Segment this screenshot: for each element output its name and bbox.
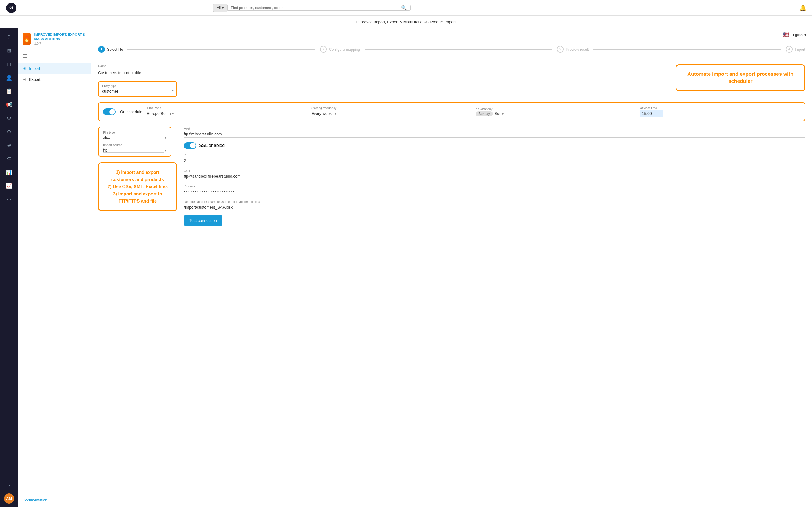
user-avatar[interactable]: AM (4, 494, 14, 504)
schedule-row: On schedule Time zone Europe/Berlin UTC … (98, 102, 805, 121)
plugin-version: 1.0.7 (35, 42, 87, 45)
file-type-section: File type xlsx csv xml ▾ (98, 127, 171, 157)
nav-icon-help[interactable]: ? (3, 32, 15, 43)
nav-icon-reports2[interactable]: 📈 (3, 180, 15, 191)
time-input[interactable] (640, 110, 663, 117)
nav-icon-reports1[interactable]: 📊 (3, 167, 15, 178)
ssl-toggle-slider (184, 142, 196, 149)
nav-icon-add[interactable]: ⊕ (3, 140, 15, 151)
port-field: Port (184, 154, 805, 165)
host-label: Host (184, 127, 805, 130)
frequency-field: Starting frequency Every day Every week … (311, 106, 471, 117)
timezone-field: Time zone Europe/Berlin UTC ▾ (147, 106, 307, 117)
ftp-fields: Host SSL enabled Port (184, 127, 805, 226)
time-label: at what time (640, 106, 800, 110)
name-label: Name (98, 64, 669, 68)
lang-selector[interactable]: 🇺🇸 English ▾ (783, 32, 806, 38)
notification-bell[interactable]: 🔔 (799, 4, 806, 11)
nav-icon-grid[interactable]: ⊞ (3, 45, 15, 56)
step-connector-2 (364, 49, 552, 50)
lower-callout-line-3: 3) Import and export to FTP/FTPS and fil… (105, 190, 170, 205)
password-input[interactable] (184, 188, 805, 195)
import-source-select[interactable]: ftp file url (103, 148, 163, 153)
ssl-row: SSL enabled (184, 142, 805, 149)
nav-icon-megaphone[interactable]: 📢 (3, 99, 15, 110)
nav-icon-users[interactable]: 👤 (3, 72, 15, 83)
user-label: User (184, 169, 805, 172)
time-field: at what time (640, 106, 800, 117)
nav-icon-modules[interactable]: ◻ (3, 59, 15, 70)
chevron-down-icon: ▾ (222, 6, 224, 10)
remote-path-field: Remote path (for example: /some_folder/f… (184, 200, 805, 211)
step-2[interactable]: 2 Configure mapping (320, 46, 360, 53)
import-source-chevron-icon: ▾ (165, 149, 166, 152)
bell-icon: 🔔 (799, 5, 806, 11)
step-3[interactable]: 3 Preview result (557, 46, 589, 53)
lower-callout-line-2: 2) Use CSV, XML, Excel files (105, 183, 170, 190)
day-chip: Sunday (476, 111, 493, 116)
file-type-select[interactable]: xlsx csv xml (103, 135, 163, 140)
nav-icon-settings-update[interactable]: ⚙ (3, 113, 15, 124)
day-field: on what day Sunday Sunday Monday ▾ (476, 107, 636, 116)
sidebar-item-export[interactable]: ⊟ Export (18, 74, 91, 85)
sidebar-item-import[interactable]: ⊞ Import (18, 63, 91, 74)
search-filter-dropdown[interactable]: All ▾ (213, 4, 227, 12)
content-header: 🇺🇸 English ▾ (91, 28, 812, 41)
nav-icon-help-bottom[interactable]: ? (3, 480, 15, 491)
top-bar: G All ▾ 🔍 🔔 (0, 0, 812, 16)
name-field-group: Name (98, 64, 669, 77)
ssl-label: SSL enabled (199, 143, 225, 148)
user-input[interactable] (184, 173, 805, 180)
logo[interactable]: G (6, 2, 17, 13)
test-connection-button[interactable]: Test connection (184, 216, 222, 226)
frequency-select[interactable]: Every day Every week Every month (311, 110, 334, 117)
search-input[interactable] (231, 6, 401, 10)
sidebar-bottom: Documentation (18, 493, 91, 507)
entity-type-selector: Entity type customer product order ▾ (98, 81, 177, 97)
entity-type-label: Entity type (102, 84, 173, 88)
remote-path-input[interactable] (184, 204, 805, 211)
step-2-label: Configure mapping (329, 47, 360, 52)
password-label: Password (184, 184, 805, 188)
documentation-link[interactable]: Documentation (22, 498, 47, 502)
entity-type-select[interactable]: customer product order (102, 89, 173, 94)
nav-icon-clipboard[interactable]: 📋 (3, 86, 15, 97)
step-1[interactable]: 1 Select file (98, 46, 123, 53)
import-source-field: Import source ftp file url ▾ (103, 144, 166, 153)
plugin-header: 🔥 IMPROVED IMPORT, EXPORT & MASS ACTIONS… (18, 28, 91, 50)
import-source-label: Import source (103, 144, 166, 147)
port-input[interactable] (184, 158, 201, 165)
lower-callout: 1) Import and export customers and produ… (98, 162, 177, 211)
step-3-num: 3 (557, 46, 564, 53)
password-field: Password (184, 184, 805, 195)
timezone-label: Time zone (147, 106, 307, 110)
nav-icon-settings[interactable]: ⚙ (3, 126, 15, 137)
ssl-toggle[interactable] (184, 142, 196, 149)
lower-callout-line-1: 1) Import and export customers and produ… (105, 169, 170, 183)
scheduler-callout-area: Automate import and export processes wit… (675, 64, 805, 91)
plugin-logo: 🔥 (22, 33, 31, 45)
plugin-name: IMPROVED IMPORT, EXPORT & MASS ACTIONS (35, 33, 87, 41)
logo-circle: G (6, 3, 16, 13)
second-sidebar: 🔥 IMPROVED IMPORT, EXPORT & MASS ACTIONS… (18, 28, 91, 507)
nav-icon-more[interactable]: ⋯ (3, 194, 15, 205)
on-schedule-toggle[interactable] (103, 108, 116, 115)
name-input[interactable] (98, 69, 669, 77)
step-4[interactable]: 4 Import (786, 46, 805, 53)
sidebar-item-import-label: Import (29, 66, 40, 71)
main-content: 🇺🇸 English ▾ 1 Select file 2 Configure m… (91, 28, 812, 507)
timezone-select[interactable]: Europe/Berlin UTC (147, 110, 171, 117)
day-select[interactable]: Sunday Monday (495, 111, 500, 116)
nav-icon-tags[interactable]: 🏷 (3, 153, 15, 165)
sidebar-menu-toggle[interactable]: ☰ (18, 50, 91, 63)
left-nav: ? ⊞ ◻ 👤 📋 📢 ⚙ ⚙ ⊕ 🏷 📊 📈 ⋯ ? AM (0, 28, 18, 507)
day-selector: Sunday Sunday Monday ▾ (476, 111, 636, 116)
export-icon: ⊟ (22, 76, 26, 82)
host-field: Host (184, 127, 805, 138)
step-3-label: Preview result (566, 47, 589, 52)
top-icons: 🔔 (799, 4, 806, 11)
frequency-chevron-icon: ▾ (335, 112, 336, 116)
step-4-num: 4 (786, 46, 793, 53)
lang-label: English (791, 33, 803, 37)
host-input[interactable] (184, 131, 805, 138)
